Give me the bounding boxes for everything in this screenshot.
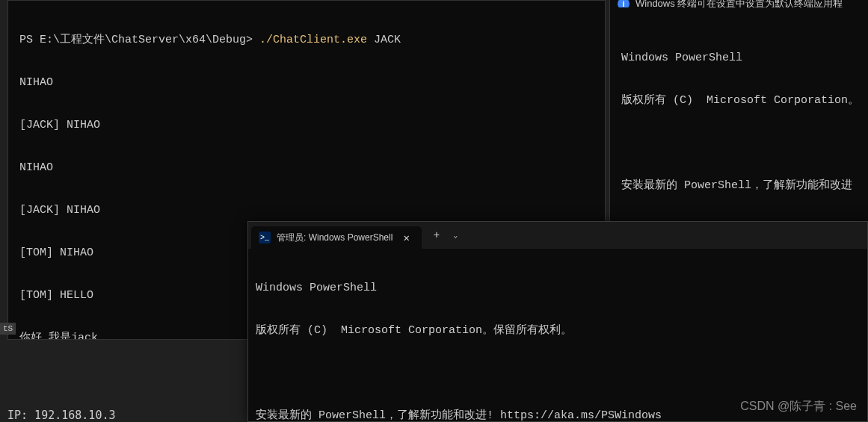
watermark-text: CSDN @陈子青 : See	[740, 399, 857, 415]
ps-header: Windows PowerShell	[256, 281, 860, 295]
info-banner: i Windows 终端可在设置中设置为默认终端应用程	[618, 0, 868, 7]
ps-header: Windows PowerShell	[621, 51, 857, 65]
command-arg: JACK	[367, 34, 401, 46]
output-line: [JACK] NIHAO	[19, 118, 594, 132]
prompt-line: PS E:\工程文件\ChatServer\x64\Debug> ./ChatC…	[19, 33, 594, 47]
output-line: [JACK] NIHAO	[19, 203, 594, 217]
output-line: NIHAO	[19, 75, 594, 90]
info-icon: i	[618, 0, 630, 7]
tab-controls: + ⌄	[428, 226, 461, 244]
info-banner-text: Windows 终端可在设置中设置为默认终端应用程	[635, 0, 843, 7]
close-tab-button[interactable]: ✕	[398, 230, 413, 246]
new-tab-button[interactable]: +	[428, 226, 446, 244]
command-text: ./ChatClient.exe	[259, 34, 367, 46]
ip-text: IP: 192.168.10.3	[7, 409, 116, 422]
ps-copyright: 版权所有 (C) Microsoft Corporation。	[621, 93, 857, 108]
terminal-front-content[interactable]: Windows PowerShell 版权所有 (C) Microsoft Co…	[248, 249, 867, 422]
output-line: NIHAO	[19, 161, 594, 175]
tab-title-text: 管理员: Windows PowerShell	[277, 232, 393, 244]
ps-copyright: 版权所有 (C) Microsoft Corporation。保留所有权利。	[256, 323, 860, 338]
side-badge: tS	[0, 323, 16, 335]
terminal-front-window: >_ 管理员: Windows PowerShell ✕ + ⌄ Windows…	[247, 221, 868, 422]
blank-line	[256, 366, 860, 380]
powershell-icon: >_	[259, 232, 271, 243]
ps-install-hint: 安装最新的 PowerShell，了解新功能和改进	[621, 179, 857, 193]
blank-line	[621, 136, 857, 150]
prompt-prefix: PS E:\工程文件\ChatServer\x64\Debug>	[19, 34, 259, 46]
terminal-tab[interactable]: >_ 管理员: Windows PowerShell ✕	[251, 226, 422, 249]
title-bar[interactable]: >_ 管理员: Windows PowerShell ✕ + ⌄	[248, 222, 867, 249]
tab-dropdown-button[interactable]: ⌄	[450, 228, 461, 243]
